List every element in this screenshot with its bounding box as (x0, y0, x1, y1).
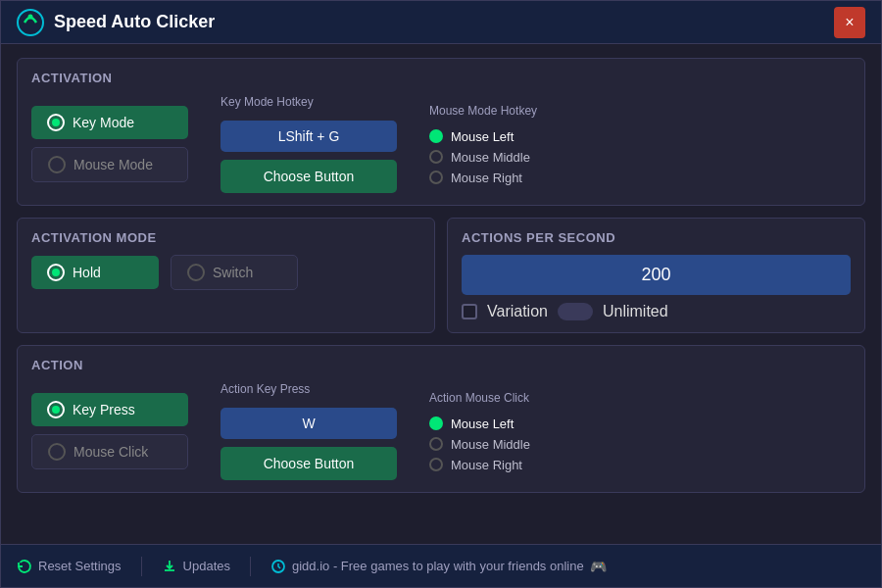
svg-point-1 (28, 14, 33, 19)
main-window: Speed Auto Clicker × Activation Key Mode… (0, 0, 882, 588)
mouse-hotkey-opts: Mouse Left Mouse Middle Mouse Right (429, 129, 537, 185)
mouse-mode-radio (48, 156, 66, 173)
mouse-hotkey-col: Mouse Mode Hotkey Mouse Left Mouse Middl… (429, 104, 537, 185)
variation-checkbox[interactable] (462, 304, 477, 319)
action-mouse-middle-label: Mouse Middle (451, 437, 530, 452)
act-mouse-right-opt[interactable]: Mouse Right (429, 171, 537, 185)
middle-row: Activation Mode Hold Switch Actions Per … (17, 218, 865, 333)
act-mouse-middle-opt[interactable]: Mouse Middle (429, 150, 537, 165)
key-hotkey-col: Key Mode Hotkey LShift + G Choose Button (220, 95, 397, 193)
actmode-buttons-row: Hold Switch (31, 255, 420, 290)
action-mouse-middle-opt[interactable]: Mouse Middle (429, 437, 530, 452)
aps-options: Variation Unlimited (462, 303, 851, 320)
app-icon (17, 9, 44, 36)
action-mouse-right-opt[interactable]: Mouse Right (429, 458, 530, 472)
act-mouse-middle-dot (429, 150, 443, 164)
action-mouse-opts: Mouse Left Mouse Middle Mouse Right (429, 416, 530, 472)
action-mouse-left-label: Mouse Left (451, 416, 514, 431)
activation-section: Activation Key Mode Mouse Mode Ke (17, 58, 865, 206)
key-mode-label: Key Mode (73, 115, 134, 130)
gidd-emoji: 🎮 (590, 559, 607, 574)
unlimited-label: Unlimited (603, 303, 668, 320)
switch-button[interactable]: Switch (171, 255, 298, 290)
title-bar-left: Speed Auto Clicker (17, 9, 215, 36)
mouse-mode-button[interactable]: Mouse Mode (31, 147, 188, 182)
action-key-display: W (220, 408, 397, 439)
aps-section: Actions Per Second 200 Variation Unlimit… (447, 218, 865, 333)
app-title: Speed Auto Clicker (54, 12, 215, 32)
action-mouse-left-dot (429, 416, 443, 430)
mouse-click-button[interactable]: Mouse Click (31, 434, 188, 469)
bottom-bar: Reset Settings Updates gidd.io - Free ga… (1, 544, 881, 587)
key-hotkey-display: LShift + G (220, 121, 397, 152)
mouse-hotkey-title: Mouse Mode Hotkey (429, 104, 537, 118)
updates-icon (162, 559, 177, 574)
svg-point-0 (18, 10, 43, 35)
close-button[interactable]: × (834, 7, 865, 38)
action-mouse-title: Action Mouse Click (429, 391, 530, 405)
key-press-button[interactable]: Key Press (31, 393, 188, 426)
activation-row: Key Mode Mouse Mode Key Mode Hotkey LShi… (31, 95, 851, 193)
action-mouse-left-opt[interactable]: Mouse Left (429, 416, 530, 431)
action-mouse-right-dot (429, 458, 443, 471)
activation-title: Activation (31, 71, 851, 85)
action-mouse-right-label: Mouse Right (451, 458, 522, 472)
key-press-radio (47, 401, 65, 418)
gidd-icon (270, 559, 286, 574)
key-press-label: Key Press (73, 402, 135, 417)
act-mouse-right-dot (429, 171, 443, 184)
action-mouse-col: Action Mouse Click Mouse Left Mouse Midd… (429, 391, 530, 472)
switch-label: Switch (213, 265, 253, 280)
act-mouse-left-dot (429, 129, 443, 143)
hold-label: Hold (73, 265, 101, 280)
key-choose-button[interactable]: Choose Button (220, 160, 397, 193)
reset-icon (17, 559, 32, 574)
main-content: Activation Key Mode Mouse Mode Ke (1, 44, 881, 544)
action-mouse-middle-dot (429, 437, 443, 451)
switch-radio (187, 264, 205, 281)
bottom-divider1 (141, 557, 142, 576)
action-mode-group: Key Press Mouse Click (31, 393, 188, 469)
action-key-col: Action Key Press W Choose Button (220, 382, 397, 480)
key-mode-button[interactable]: Key Mode (31, 106, 188, 139)
act-mouse-left-label: Mouse Left (451, 129, 514, 144)
act-mouse-middle-label: Mouse Middle (451, 150, 530, 165)
updates-button[interactable]: Updates (162, 559, 230, 574)
action-row: Key Press Mouse Click Action Key Press W… (31, 382, 851, 480)
mouse-click-radio (48, 443, 66, 461)
action-section: Action Key Press Mouse Click Acti (17, 345, 865, 493)
variation-label: Variation (487, 303, 548, 320)
activation-mode-group: Key Mode Mouse Mode (31, 106, 188, 182)
aps-value-display[interactable]: 200 (462, 255, 851, 295)
act-mouse-left-opt[interactable]: Mouse Left (429, 129, 537, 144)
actmode-section: Activation Mode Hold Switch (17, 218, 435, 333)
aps-title: Actions Per Second (462, 230, 851, 245)
actmode-title: Activation Mode (31, 230, 420, 245)
mouse-mode-label: Mouse Mode (74, 157, 153, 172)
key-mode-radio (47, 114, 65, 131)
updates-label: Updates (183, 559, 230, 573)
action-choose-button[interactable]: Choose Button (220, 447, 397, 480)
bottom-divider2 (250, 557, 251, 576)
reset-label: Reset Settings (38, 559, 122, 573)
unlimited-toggle[interactable] (558, 303, 593, 320)
title-bar: Speed Auto Clicker × (1, 1, 881, 44)
gidd-label: gidd.io - Free games to play with your f… (292, 559, 584, 573)
action-key-title: Action Key Press (220, 382, 397, 396)
gidd-link[interactable]: gidd.io - Free games to play with your f… (270, 559, 607, 574)
mouse-click-label: Mouse Click (74, 444, 148, 460)
action-title: Action (31, 358, 851, 372)
act-mouse-right-label: Mouse Right (451, 171, 522, 185)
hold-radio (47, 264, 65, 281)
key-hotkey-title: Key Mode Hotkey (220, 95, 397, 109)
hold-button[interactable]: Hold (31, 256, 159, 289)
reset-settings-button[interactable]: Reset Settings (17, 559, 122, 574)
